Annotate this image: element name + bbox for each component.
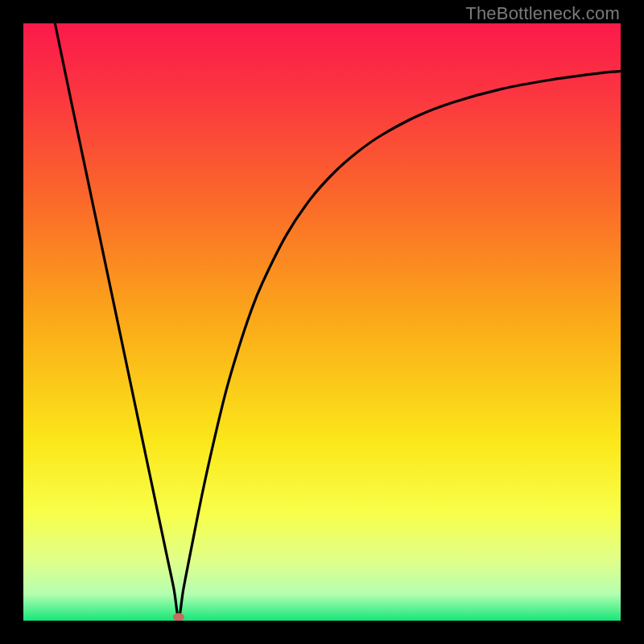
chart-frame [23, 23, 621, 621]
watermark-label: TheBottleneck.com [465, 3, 620, 24]
chart-background-gradient [23, 23, 621, 621]
bottleneck-chart [23, 23, 621, 621]
